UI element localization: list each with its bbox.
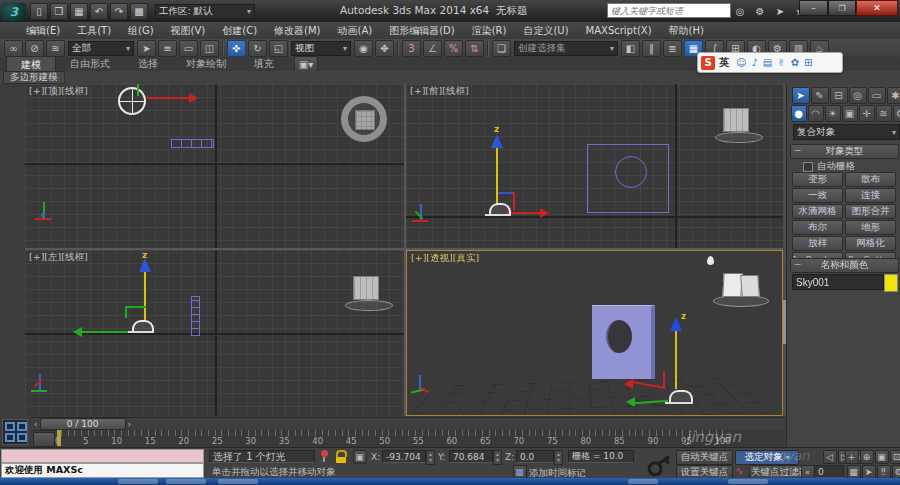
skylight-helper-icon[interactable] xyxy=(740,275,760,297)
workspace-dropdown[interactable]: 工作区: 默认▾ xyxy=(155,4,255,19)
unlink-selection-icon[interactable]: ⊘ xyxy=(25,40,44,57)
spinner-snap-icon[interactable]: ⇅ xyxy=(465,40,484,57)
autogrid-checkbox[interactable] xyxy=(803,162,813,172)
align-icon[interactable]: ‖ xyxy=(642,40,661,57)
ribbon-display-options-icon[interactable]: ▣▾ xyxy=(294,56,318,73)
ime-skin-icon[interactable]: ✿ xyxy=(791,57,799,68)
ribbon-tab[interactable]: 自由形式 xyxy=(56,56,124,72)
menu-item[interactable]: 帮助(H) xyxy=(669,24,704,38)
ime-keyboard-icon[interactable]: ▤ xyxy=(763,57,772,68)
maxscript-listener-pink[interactable] xyxy=(1,449,204,463)
polygon-modeling-panel[interactable]: 多边形建模 xyxy=(3,71,65,84)
gizmo-plane-handle[interactable] xyxy=(125,306,146,308)
ime-toolbox-icon[interactable]: ⊞ xyxy=(804,57,812,68)
isolate-selection-icon[interactable] xyxy=(319,450,329,463)
ribbon-tab[interactable]: 填充 xyxy=(240,56,288,72)
y-spinner[interactable]: ▴▾ xyxy=(493,450,502,465)
gizmo-z-axis[interactable] xyxy=(675,331,677,389)
auto-key-button[interactable]: 自动关键点 xyxy=(676,450,733,465)
previous-frame-icon[interactable]: ◁ xyxy=(823,450,837,464)
use-pivot-point-center-icon[interactable]: ◉ xyxy=(354,40,373,57)
isolate-toggle-icon[interactable] xyxy=(33,432,55,447)
object-type-button[interactable]: 图形合并 xyxy=(845,204,896,219)
key-mode-toggle-icon[interactable]: ‼ xyxy=(877,465,891,479)
select-object-icon[interactable]: ➤ xyxy=(137,40,156,57)
shapes-icon[interactable]: ◠ xyxy=(808,105,824,122)
taskbar-app[interactable] xyxy=(118,479,158,484)
taskbar-app[interactable] xyxy=(166,479,206,484)
maxscript-listener-white[interactable]: 欢迎使用 MAXSc xyxy=(1,463,204,478)
helpers-icon[interactable]: ✛ xyxy=(859,105,875,122)
gizmo-plane-handle[interactable] xyxy=(498,192,514,194)
collapse-icon[interactable]: − xyxy=(794,145,802,155)
cameras-icon[interactable]: ▣ xyxy=(842,105,858,122)
time-slider-handle[interactable]: 0 / 100 xyxy=(40,418,126,430)
viewport-top-label[interactable]: [+][顶][线框] xyxy=(29,85,88,98)
snap-toggle-3d-icon[interactable]: 3 xyxy=(402,40,421,57)
object-name-field[interactable] xyxy=(792,274,884,290)
object-type-button[interactable]: 地形 xyxy=(845,220,896,235)
viewport-top[interactable]: [+][顶][线框] xyxy=(25,84,404,248)
selection-lock-icon[interactable] xyxy=(336,450,347,463)
utilities-tab-icon[interactable]: ✱ xyxy=(887,87,900,104)
zoom-icon[interactable]: + xyxy=(845,450,859,464)
menu-item[interactable]: 修改器(M) xyxy=(274,24,320,38)
menu-item[interactable]: 组(G) xyxy=(128,24,154,38)
gizmo-x-axis[interactable] xyxy=(147,97,189,99)
gizmo-y-axis[interactable] xyxy=(137,84,139,96)
ime-mic-icon[interactable]: ♪ xyxy=(751,57,757,68)
motion-tab-icon[interactable]: ◎ xyxy=(849,87,867,104)
redo-icon[interactable]: ↷ xyxy=(110,3,128,20)
3ds-max-logo[interactable]: 3 xyxy=(2,3,26,21)
menu-item[interactable]: 视图(V) xyxy=(171,24,206,38)
create-tab-icon[interactable]: ➤ xyxy=(792,87,810,104)
zoom-all-icon[interactable]: ⊕ xyxy=(860,450,874,464)
time-slider-track[interactable]: ‹ 0 / 100 › xyxy=(32,417,783,431)
object-type-rollout-header[interactable]: − 对象类型 xyxy=(790,144,899,159)
object-category-dropdown[interactable]: 复合对象▾ xyxy=(793,124,900,140)
percent-snap-icon[interactable]: % xyxy=(444,40,463,57)
window-crossing-icon[interactable]: ◫ xyxy=(200,40,219,57)
gizmo-y-axis[interactable] xyxy=(82,331,130,333)
save-file-icon[interactable]: ▦ xyxy=(70,3,88,20)
viewport-perspective-label[interactable]: [+][透视][真实] xyxy=(411,252,479,265)
time-configuration-icon[interactable]: ▦ xyxy=(847,465,861,479)
z-spinner[interactable]: ▴▾ xyxy=(554,450,563,465)
menu-item[interactable]: 创建(C) xyxy=(222,24,257,38)
viewport-left-label[interactable]: [+][左][线框] xyxy=(29,251,88,264)
menu-item[interactable]: 渲染(R) xyxy=(472,24,507,38)
name-color-rollout-header[interactable]: − 名称和颜色 xyxy=(790,258,899,273)
new-scene-icon[interactable]: ▯ xyxy=(30,3,48,20)
go-to-start-icon[interactable]: « xyxy=(801,465,815,479)
x-spinner[interactable]: ▴▾ xyxy=(426,450,435,465)
skylight-helper-icon[interactable] xyxy=(723,108,749,132)
space-warps-icon[interactable]: ≋ xyxy=(876,105,892,122)
next-frame-arrow[interactable]: › xyxy=(126,419,134,429)
set-keys-key-icon[interactable] xyxy=(642,448,675,479)
select-and-move-icon[interactable]: ✜ xyxy=(227,40,246,57)
zoom-extents-all-icon[interactable]: ⊡ xyxy=(890,450,900,464)
wall-object-top[interactable] xyxy=(171,139,214,148)
menu-item[interactable]: 自定义(U) xyxy=(523,24,568,38)
viewport-left[interactable]: [+][左][线框] z xyxy=(25,250,404,416)
object-type-button[interactable]: 一致 xyxy=(792,188,843,203)
ime-emoji-icon[interactable]: ☺ xyxy=(736,57,746,68)
sign-in-icon[interactable]: ➤ xyxy=(771,3,789,20)
ribbon-tab[interactable]: 建模 xyxy=(6,56,56,73)
maximize-button[interactable]: ❐ xyxy=(828,0,856,16)
project-folder-icon[interactable]: ▩ xyxy=(130,3,148,20)
object-type-button[interactable]: 散布 xyxy=(845,172,896,187)
close-button[interactable]: ✕ xyxy=(856,0,898,16)
object-type-button[interactable]: 水滴网格 xyxy=(792,204,843,219)
select-and-manipulate-icon[interactable]: ✥ xyxy=(375,40,394,57)
edit-named-selection-sets-icon[interactable]: ❏ xyxy=(492,40,511,57)
previous-frame-arrow[interactable]: ‹ xyxy=(32,419,40,429)
ribbon-tab[interactable]: 选择 xyxy=(124,56,172,72)
selection-filter-dropdown[interactable]: 全部▾ xyxy=(68,41,134,56)
modify-tab-icon[interactable]: ✎ xyxy=(811,87,829,104)
z-coordinate-field[interactable]: 0.0 xyxy=(516,450,554,463)
geometry-icon[interactable]: ● xyxy=(791,105,807,122)
search-input[interactable] xyxy=(607,3,731,18)
reference-coordinate-dropdown[interactable]: 视图▾ xyxy=(291,41,351,56)
open-file-icon[interactable]: ❒ xyxy=(50,3,68,20)
